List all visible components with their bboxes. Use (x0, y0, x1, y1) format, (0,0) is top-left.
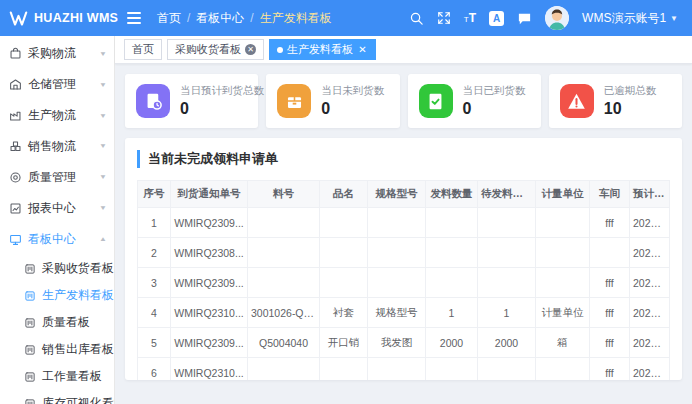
chevron-down-icon: ▼ (99, 174, 107, 181)
chevron-down-icon: ▼ (670, 14, 678, 23)
table-cell: fff (590, 268, 630, 298)
tab-close-icon[interactable]: ✕ (357, 44, 368, 55)
table-row[interactable]: 2WMIRQ2308...2023-08-25 (138, 238, 670, 268)
table-cell (536, 268, 590, 298)
sidebar-subitem[interactable]: 生产发料看板 (0, 282, 114, 309)
table-cell (248, 238, 320, 268)
user-name-label: WMS演示账号1 (582, 10, 666, 27)
search-icon[interactable] (409, 8, 424, 28)
column-header: 待发料数量 (478, 181, 536, 208)
board-icon (24, 344, 36, 356)
hamburger-icon[interactable] (127, 12, 141, 24)
table-cell: 1 (426, 298, 478, 328)
breadcrumb-item[interactable]: 首页 (157, 10, 181, 27)
main-area: 首页采购收货看板✕生产发料看板✕ 当日预计到货总数0当日未到货数0当日已到货数0… (115, 36, 692, 404)
app-title: HUAZHI WMS (34, 11, 118, 25)
board-icon (24, 290, 36, 302)
tab-label: 首页 (132, 42, 154, 57)
table-cell (320, 358, 368, 381)
message-icon[interactable] (517, 8, 532, 28)
sidebar-item-label: 销售物流 (28, 138, 76, 155)
table-cell: 4 (138, 298, 171, 328)
sidebar-subitem[interactable]: 采购收货看板 (0, 255, 114, 282)
stat-card-label: 当日已到货数 (463, 84, 526, 98)
board-icon (24, 398, 36, 404)
sidebar-subitem[interactable]: 销售出库看板 (0, 336, 114, 363)
table-cell: 6 (138, 358, 171, 381)
table-row[interactable]: 5WMIRQ2309...Q5004040开口销我发图20002000箱fff2… (138, 328, 670, 358)
table-cell: 衬套 (320, 298, 368, 328)
doc-check-icon (419, 84, 453, 118)
stat-card-value: 0 (463, 100, 526, 118)
tab[interactable]: 生产发料看板✕ (269, 39, 376, 60)
table-row[interactable]: 1WMIRQ2309...fff2023-09-05 (138, 208, 670, 238)
stat-card: 当日预计到货总数0 (125, 74, 258, 128)
table-cell: 2023-09-05 (630, 208, 670, 238)
table-cell (426, 208, 478, 238)
sidebar-item-label: 质量管理 (28, 169, 76, 186)
stat-card-text: 当日已到货数0 (463, 84, 526, 118)
table-cell (368, 358, 426, 381)
table-cell (320, 268, 368, 298)
font-size-icon[interactable]: TT (464, 8, 476, 28)
table-cell: fff (590, 328, 630, 358)
fullscreen-icon[interactable] (437, 8, 451, 28)
table-row[interactable]: 3WMIRQ2309...fff2023-09-20 (138, 268, 670, 298)
table-cell (536, 358, 590, 381)
content: 当日预计到货总数0当日未到货数0当日已到货数0已逾期总数10 当前未完成领料申请… (115, 64, 692, 404)
table-cell: 计量单位 (536, 298, 590, 328)
sidebar-subitem[interactable]: 质量看板 (0, 309, 114, 336)
table-cell: fff (590, 208, 630, 238)
sidebar-item[interactable]: 销售物流▼ (0, 131, 114, 162)
body-row: 采购物流▼仓储管理▼生产物流▼销售物流▼质量管理▼报表中心▼看板中心▲采购收货看… (0, 36, 692, 404)
sidebar-item[interactable]: 看板中心▲ (0, 224, 114, 255)
sidebar-item-label: 仓储管理 (28, 76, 76, 93)
tab[interactable]: 采购收货看板✕ (167, 39, 264, 60)
user-avatar[interactable] (545, 6, 569, 30)
sidebar-item[interactable]: 生产物流▼ (0, 100, 114, 131)
tab[interactable]: 首页 (124, 39, 162, 60)
stat-card-text: 当日未到货数0 (321, 84, 384, 118)
table-cell: 2023-09-20 (630, 268, 670, 298)
sidebar-subitem-label: 库存可视化看板 (42, 395, 115, 404)
table-cell (426, 238, 478, 268)
stat-cards-row: 当日预计到货总数0当日未到货数0当日已到货数0已逾期总数10 (125, 74, 682, 128)
table-row[interactable]: 4WMIRQ2310...3001026-Q3...衬套规格型号11计量单位ff… (138, 298, 670, 328)
table-row[interactable]: 6WMIRQ2310...fff2023-10-12 (138, 358, 670, 381)
sidebar-item[interactable]: 质量管理▼ (0, 162, 114, 193)
table-header-row: 序号到货通知单号料号品名规格型号发料数量待发料数量计量单位车间预计发料日期 (138, 181, 670, 208)
sidebar-subitem[interactable]: 库存可视化看板 (0, 390, 114, 404)
table-cell: WMIRQ2310... (171, 298, 248, 328)
breadcrumb-item[interactable]: 看板中心 (196, 10, 244, 27)
procurement-icon (9, 47, 22, 60)
chevron-down-icon: ▼ (99, 205, 107, 212)
chevron-up-icon: ▲ (99, 236, 107, 243)
table-cell (536, 238, 590, 268)
panel-title: 当前未完成领料申请单 (137, 150, 670, 168)
column-header: 预计发料日期 (630, 181, 670, 208)
table-cell: WMIRQ2309... (171, 268, 248, 298)
user-menu[interactable]: WMS演示账号1▼ (582, 10, 678, 27)
top-bar: HUAZHI WMS 首页/看板中心/生产发料看板 TTAWMS演示账号1▼ (0, 0, 692, 36)
language-icon[interactable]: A (489, 8, 504, 28)
table-cell: 规格型号 (368, 298, 426, 328)
sidebar-subitem-label: 工作量看板 (42, 368, 102, 385)
sidebar-subitem-label: 生产发料看板 (42, 287, 114, 304)
table-cell: 2023-10-12 (630, 298, 670, 328)
table-cell (320, 238, 368, 268)
table-cell (590, 238, 630, 268)
sidebar-item[interactable]: 仓储管理▼ (0, 69, 114, 100)
column-header: 品名 (320, 181, 368, 208)
stat-card-label: 已逾期总数 (604, 84, 657, 98)
table-cell (248, 358, 320, 381)
production-icon (9, 109, 22, 122)
board-icon (24, 371, 36, 383)
logo: HUAZHI WMS (0, 0, 115, 36)
sidebar-item[interactable]: 采购物流▼ (0, 38, 114, 69)
sidebar-item[interactable]: 报表中心▼ (0, 193, 114, 224)
sidebar-subitem[interactable]: 工作量看板 (0, 363, 114, 390)
column-header: 计量单位 (536, 181, 590, 208)
stat-card-value: 0 (180, 100, 264, 118)
logo-w-icon (9, 10, 28, 27)
tab-close-icon[interactable]: ✕ (245, 44, 256, 55)
